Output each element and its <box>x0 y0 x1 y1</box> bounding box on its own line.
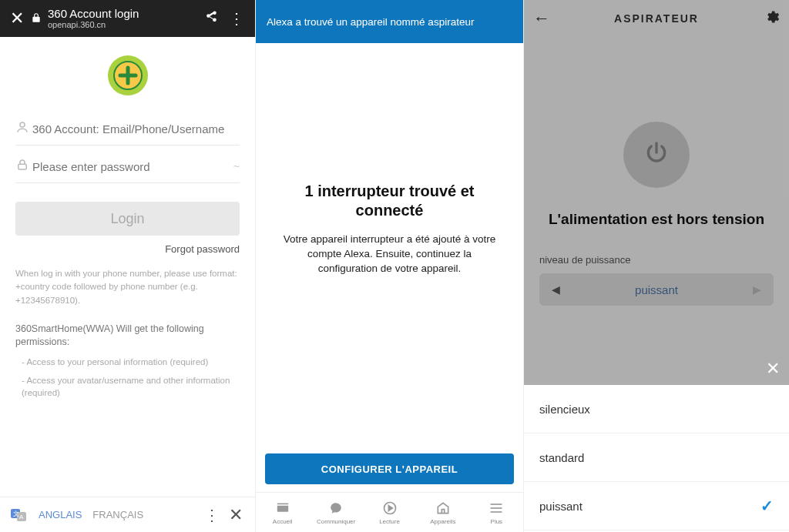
share-icon[interactable] <box>204 10 218 28</box>
device-found-desc: Votre appareil interrupteur a été ajouté… <box>277 233 502 276</box>
more-icon[interactable]: ⋮ <box>229 9 244 28</box>
lang-french[interactable]: FRANÇAIS <box>92 509 143 520</box>
power-option-silencieux[interactable]: silencieux <box>524 385 789 433</box>
login-button[interactable]: Login <box>15 202 240 236</box>
page-url: openapi.360.cn <box>48 20 196 29</box>
permission-item: - Access to your personal information (r… <box>22 356 240 368</box>
forgot-password-link[interactable]: Forgot password <box>15 243 240 255</box>
option-label: silencieux <box>539 403 590 416</box>
translate-bar: 文A ANGLAIS FRANÇAIS ⋮ ✕ <box>0 497 255 532</box>
login-help-text: When log in with your phone number, plea… <box>15 267 240 307</box>
browser-header: ✕ 360 Account login openapi.360.cn ⋮ <box>0 0 255 37</box>
home-icon <box>275 500 290 517</box>
close-icon[interactable]: ✕ <box>8 8 26 28</box>
translate-close-icon[interactable]: ✕ <box>229 505 243 525</box>
option-label: puissant <box>539 500 583 513</box>
nav-communicate[interactable]: Communiquer <box>309 493 362 532</box>
svg-rect-9 <box>277 506 288 512</box>
alexa-banner-text: Alexa a trouvé un appareil nommé aspirat… <box>267 16 474 28</box>
svg-rect-10 <box>277 504 288 505</box>
devices-icon <box>435 500 451 517</box>
svg-point-3 <box>20 122 25 127</box>
power-level-sheet: silencieux standard puissant ✓ <box>524 385 789 530</box>
lang-english[interactable]: ANGLAIS <box>39 509 82 520</box>
user-icon <box>15 120 32 137</box>
option-label: standard <box>539 451 584 464</box>
check-icon: ✓ <box>760 497 774 515</box>
svg-rect-4 <box>18 164 27 169</box>
password-field-row: ~ <box>15 150 240 183</box>
account-input[interactable] <box>32 122 240 136</box>
alexa-banner: Alexa a trouvé un appareil nommé aspirat… <box>256 0 523 43</box>
permissions-title: 360SmartHome(WWA) Will get the following… <box>15 323 240 350</box>
password-input[interactable] <box>32 160 233 173</box>
svg-text:A: A <box>19 514 24 520</box>
chat-icon <box>328 500 344 517</box>
permission-item: - Access your avatar/username and other … <box>22 374 240 399</box>
lock-icon <box>31 12 42 25</box>
menu-icon <box>489 500 504 517</box>
page-title: 360 Account login <box>48 8 196 21</box>
power-option-standard[interactable]: standard <box>524 433 789 482</box>
account-field-row <box>15 112 240 146</box>
nav-play[interactable]: Lecture <box>363 493 416 532</box>
modal-overlay[interactable] <box>524 0 789 385</box>
show-password-icon[interactable]: ~ <box>233 160 240 172</box>
translate-icon[interactable]: 文A <box>9 506 28 524</box>
padlock-icon <box>15 158 32 175</box>
power-option-puissant[interactable]: puissant ✓ <box>524 482 789 530</box>
nav-home[interactable]: Accueil <box>256 493 309 532</box>
nav-more[interactable]: Plus <box>470 493 523 532</box>
configure-device-button[interactable]: CONFIGURER L'APPAREIL <box>265 453 514 484</box>
brand-logo <box>106 54 149 97</box>
play-icon <box>382 500 398 517</box>
svg-text:文: 文 <box>13 510 19 517</box>
nav-devices[interactable]: Appareils <box>416 493 469 532</box>
bottom-nav: Accueil Communiquer Lecture Appareils Pl… <box>256 492 523 532</box>
device-found-title: 1 interrupteur trouvé et connecté <box>277 182 502 220</box>
sheet-close-icon[interactable]: ✕ <box>766 359 780 379</box>
translate-more-icon[interactable]: ⋮ <box>204 506 220 524</box>
